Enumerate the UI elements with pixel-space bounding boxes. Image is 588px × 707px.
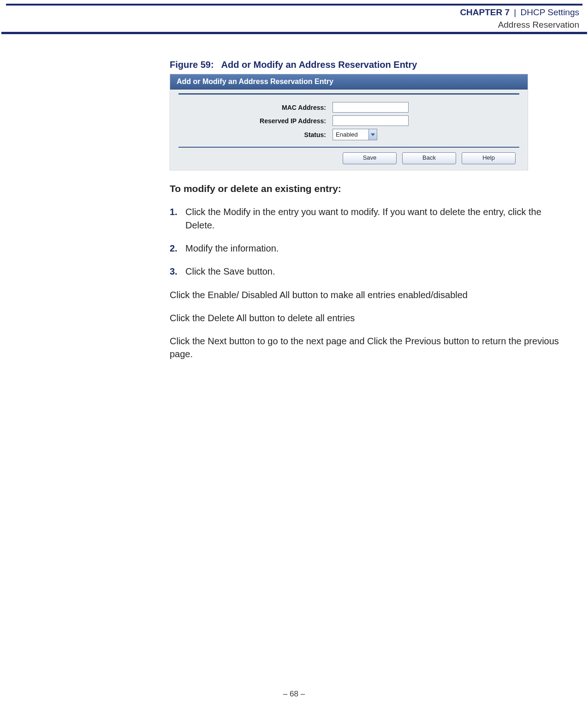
panel-button-row: Save Back Help: [178, 152, 519, 164]
page-number: – 68 –: [283, 689, 305, 698]
row-mac-address: MAC Address:: [178, 102, 519, 113]
label-status: Status:: [178, 131, 333, 138]
page: CHAPTER 7 | DHCP Settings Address Reserv…: [0, 0, 588, 707]
step-item: 1. Click the Modify in the entry you wan…: [170, 205, 567, 232]
paragraph: Click the Delete All button to delete al…: [170, 312, 567, 324]
step-text: Click the Modify in the entry you want t…: [185, 205, 567, 232]
step-number: 3.: [170, 265, 185, 278]
panel-titlebar: Add or Modify an Address Reservation Ent…: [170, 74, 528, 90]
status-select[interactable]: Enabled: [333, 129, 377, 140]
main-content: Figure 59: Add or Modify an Address Rese…: [170, 34, 567, 360]
label-mac-address: MAC Address:: [178, 104, 333, 111]
paragraph: Click the Next button to go to the next …: [170, 335, 567, 360]
mac-address-input[interactable]: [333, 102, 409, 113]
paragraph: Click the Enable/ Disabled All button to…: [170, 288, 567, 301]
save-button[interactable]: Save: [343, 152, 397, 164]
running-header: CHAPTER 7 | DHCP Settings Address Reserv…: [9, 6, 579, 31]
subsection-title: Address Reservation: [498, 20, 579, 30]
steps-list: 1. Click the Modify in the entry you wan…: [170, 205, 567, 278]
section-title: DHCP Settings: [521, 7, 579, 17]
status-select-value: Enabled: [333, 131, 368, 138]
panel-divider-bottom: [178, 147, 519, 148]
row-reserved-ip: Reserved IP Address:: [178, 115, 519, 126]
settings-panel: Add or Modify an Address Reservation Ent…: [170, 74, 528, 170]
panel-body: MAC Address: Reserved IP Address: Status…: [170, 93, 528, 170]
back-button[interactable]: Back: [402, 152, 456, 164]
section-heading: To modify or delete an existing entry:: [170, 183, 567, 194]
step-number: 1.: [170, 205, 185, 232]
label-reserved-ip: Reserved IP Address:: [178, 117, 333, 125]
chapter-label: CHAPTER 7: [460, 7, 510, 17]
help-button[interactable]: Help: [462, 152, 516, 164]
row-status: Status: Enabled: [178, 129, 519, 140]
step-item: 3. Click the Save button.: [170, 265, 567, 278]
step-text: Modify the information.: [185, 242, 279, 255]
step-item: 2. Modify the information.: [170, 242, 567, 255]
figure-number: Figure 59:: [170, 60, 214, 70]
figure-title: Add or Modify an Address Reservation Ent…: [221, 60, 417, 70]
chevron-down-icon: [368, 129, 377, 140]
reserved-ip-input[interactable]: [333, 115, 409, 126]
panel-divider-top: [178, 93, 519, 95]
step-text: Click the Save button.: [185, 265, 275, 278]
figure-caption: Figure 59: Add or Modify an Address Rese…: [170, 60, 567, 70]
page-footer: – 68 –: [0, 689, 588, 699]
step-number: 2.: [170, 242, 185, 255]
chapter-separator: |: [512, 7, 518, 17]
